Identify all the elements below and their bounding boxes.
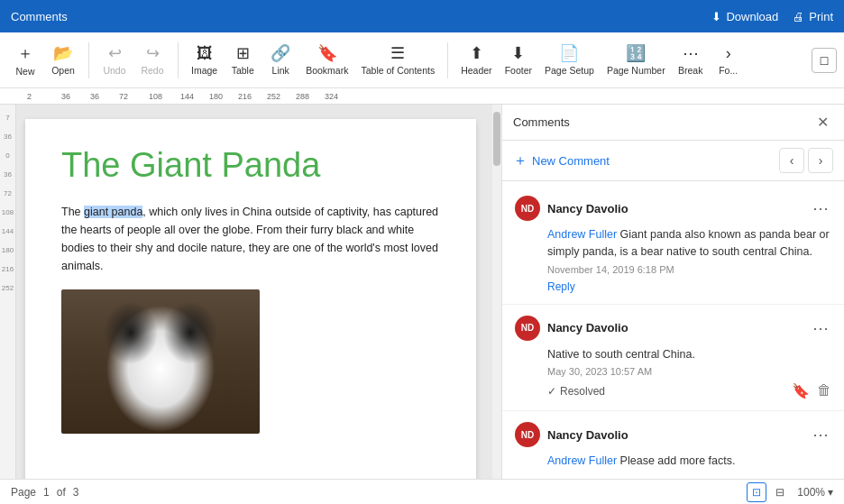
toolbar-group-page: ⬆ Header ⬇ Footer 📄 Page Setup 🔢 Page Nu…	[455, 36, 747, 85]
comments-icon: □	[821, 53, 828, 68]
image-button[interactable]: 🖼 Image	[186, 36, 223, 85]
table-button[interactable]: ⊞ Table	[225, 36, 261, 85]
comment-username: Nancy Davolio	[547, 428, 628, 442]
comment-timestamp: November 14, 2019 6:18 PM	[547, 264, 831, 275]
page-label: Page	[11, 486, 36, 499]
comment-more-button[interactable]: ⋯	[810, 197, 831, 219]
comment-user-info: ND Nancy Davolio	[515, 316, 628, 341]
comment-user-info: ND Nancy Davolio	[515, 422, 628, 447]
comment-body: Native to south central China.	[547, 346, 831, 363]
horizontal-ruler: 2 36 36 72 108 144 180 216 252 288 324	[0, 88, 844, 105]
title-bar-actions: ⬇ Download 🖨 Print	[711, 10, 833, 23]
page-setup-button[interactable]: 📄 Page Setup	[539, 36, 600, 85]
comments-panel-title: Comments	[513, 115, 570, 129]
comments-panel-header: Comments ✕	[502, 105, 844, 141]
app-title: Comments	[11, 10, 68, 23]
view-layout-button[interactable]: ⊟	[770, 482, 790, 502]
download-button[interactable]: ⬇ Download	[711, 10, 778, 23]
undo-button[interactable]: ↩ Undo	[96, 36, 133, 85]
title-bar: Comments ⬇ Download 🖨 Print	[0, 0, 844, 32]
break-button[interactable]: ⋯ Break	[673, 36, 709, 85]
panda-image	[61, 289, 260, 434]
header-icon: ⬆	[470, 43, 483, 63]
image-icon: 🖼	[197, 44, 213, 63]
comment-header: ND Nancy Davolio ⋯	[515, 196, 831, 221]
link-button[interactable]: 🔗 Link	[262, 36, 298, 85]
header-button[interactable]: ⬆ Header	[455, 36, 497, 85]
comment-timestamp: May 30, 2023 10:57 AM	[547, 366, 831, 377]
toc-icon: ☰	[390, 43, 405, 63]
resolved-label: Resolved	[560, 385, 605, 398]
of-label: of	[57, 486, 66, 499]
print-button[interactable]: 🖨 Print	[793, 10, 833, 23]
panda-photo	[61, 289, 260, 434]
view-page-button[interactable]: ⊡	[747, 482, 766, 502]
comment-body: Andrew Fuller Please add more facts.	[547, 453, 831, 470]
page-number-button[interactable]: 🔢 Page Number	[601, 36, 671, 85]
avatar: ND	[515, 316, 540, 341]
document-scroll-area[interactable]: The Giant Panda The giant panda, which o…	[0, 105, 501, 479]
page-number-icon: 🔢	[626, 43, 646, 63]
delete-icon[interactable]: 🗑	[817, 382, 831, 399]
bookmark-resolved-icon[interactable]: 🔖	[792, 382, 810, 399]
comments-panel: Comments ✕ ＋ New Comment ‹ › ND Nancy Da…	[501, 105, 844, 479]
document-title: The Giant Panda	[61, 146, 440, 185]
print-icon: 🖨	[793, 10, 804, 23]
comment-item: ND Nancy Davolio ⋯ Native to south centr…	[502, 305, 844, 412]
comments-navigation: ‹ ›	[779, 148, 833, 173]
resolved-actions: 🔖 🗑	[792, 382, 831, 399]
more-button[interactable]: › Fo...	[711, 36, 747, 85]
avatar: ND	[515, 422, 540, 447]
open-icon: 📂	[53, 43, 73, 63]
redo-button[interactable]: ↪ Redo	[134, 36, 170, 85]
toc-button[interactable]: ☰ Table of Contents	[355, 36, 440, 85]
divider-1	[88, 42, 89, 78]
page-setup-icon: 📄	[559, 43, 579, 63]
plus-icon: ＋	[513, 151, 528, 170]
vertical-scrollbar[interactable]	[492, 105, 501, 479]
more-chevron-icon: ›	[726, 44, 731, 63]
redo-icon: ↪	[146, 43, 160, 63]
comment-more-button[interactable]: ⋯	[810, 317, 831, 339]
comments-next-button[interactable]: ›	[808, 148, 833, 173]
reply-button[interactable]: Reply	[547, 280, 831, 293]
comment-mention: Andrew Fuller	[547, 454, 617, 467]
total-pages: 3	[73, 486, 79, 499]
new-button[interactable]: ＋ New	[7, 36, 43, 85]
comment-mention: Andrew Fuller	[547, 228, 617, 241]
toolbar-group-edit: ↩ Undo ↪ Redo	[96, 36, 170, 85]
link-icon: 🔗	[271, 43, 290, 63]
comment-more-button[interactable]: ⋯	[810, 424, 831, 445]
download-icon: ⬇	[711, 10, 721, 23]
table-icon: ⊞	[236, 43, 250, 63]
avatar: ND	[515, 196, 540, 221]
document-page: The Giant Panda The giant panda, which o…	[25, 119, 476, 479]
toolbar: ＋ New 📂 Open ↩ Undo ↪ Redo 🖼 Image ⊞ Tab…	[0, 32, 844, 88]
comments-close-button[interactable]: ✕	[812, 112, 833, 133]
divider-2	[178, 42, 179, 78]
document-area[interactable]: 7 36 0 36 72 108 144 180 216 252 The Gia…	[0, 105, 501, 479]
zoom-control[interactable]: 100% ▾	[797, 486, 833, 499]
new-comment-button[interactable]: ＋ New Comment	[513, 151, 610, 170]
comments-prev-button[interactable]: ‹	[779, 148, 804, 173]
comment-header: ND Nancy Davolio ⋯	[515, 422, 831, 447]
toolbar-group-file: ＋ New 📂 Open	[7, 36, 81, 85]
break-icon: ⋯	[683, 43, 699, 63]
comments-toggle-button[interactable]: □	[812, 48, 837, 73]
footer-button[interactable]: ⬇ Footer	[500, 36, 537, 85]
comment-resolved-row: ✓ Resolved 🔖 🗑	[547, 382, 831, 399]
highlighted-text: giant panda	[84, 206, 142, 218]
comment-body: Andrew Fuller Giant panda also known as …	[547, 226, 831, 261]
bookmark-button[interactable]: 🔖 Bookmark	[300, 36, 353, 85]
divider-3	[447, 42, 448, 78]
comment-user-info: ND Nancy Davolio	[515, 196, 628, 221]
toolbar-group-insert: 🖼 Image ⊞ Table 🔗 Link 🔖 Bookmark ☰ Tabl…	[186, 36, 440, 85]
open-button[interactable]: 📂 Open	[45, 36, 81, 85]
scrollbar-thumb[interactable]	[493, 112, 500, 166]
status-right: ⊡ ⊟ 100% ▾	[747, 482, 833, 502]
undo-icon: ↩	[108, 43, 122, 63]
status-bar: Page 1 of 3 ⊡ ⊟ 100% ▾	[0, 479, 844, 504]
resolved-status[interactable]: ✓ Resolved	[547, 385, 605, 398]
zoom-chevron-icon: ▾	[828, 486, 833, 499]
check-icon: ✓	[547, 385, 556, 398]
